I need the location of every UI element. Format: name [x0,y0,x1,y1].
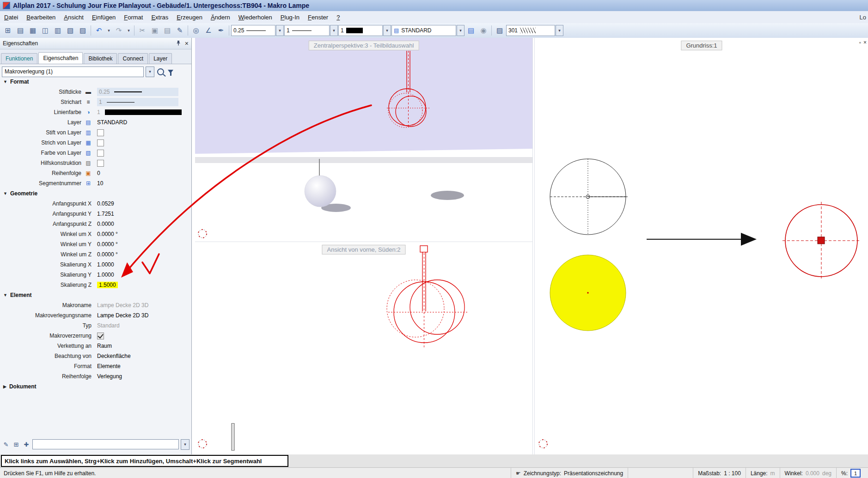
favorite-input-arrow[interactable]: ▾ [181,439,189,450]
menu-erzeugen[interactable]: Erzeugen [172,11,207,23]
menu-ansicht[interactable]: Ansicht [60,11,88,23]
pen-width-row-icon: ▬ [83,89,93,95]
redo-icon[interactable]: ↷ [113,25,125,36]
menu-fenster[interactable]: Fenster [304,11,332,23]
menu-wiederholen[interactable]: Wiederholen [234,11,276,23]
pipette-icon[interactable]: ✎ [2,440,10,448]
section-format[interactable]: ▼ Format [0,77,191,87]
viewport-plan[interactable]: Grundriss:1 ▫ × [534,38,868,454]
row-anfangspunkt-x: Anfangspunkt X 0.0529 [0,199,191,209]
line-style-cell[interactable]: 1 [97,98,178,106]
cut-icon[interactable]: ✂ [136,25,148,36]
line-color-bar[interactable] [105,109,182,115]
menu-einfuegen[interactable]: Einfügen [88,11,120,23]
makroverzerrung-checkbox[interactable] [97,333,104,339]
menu-datei[interactable]: Datei [0,11,22,23]
farbe-von-layer-checkbox[interactable] [97,150,104,157]
menu-bar: Datei Bearbeiten Ansicht Einfügen Format… [0,11,868,24]
format-brush-icon[interactable]: ✎ [174,25,186,36]
section-element[interactable]: ▼ Element [0,290,191,300]
menu-format[interactable]: Format [120,11,147,23]
print-icon[interactable]: ▦ [27,25,39,36]
layer-value: STANDARD [401,27,431,34]
hilfskonstruktion-checkbox[interactable] [97,160,104,167]
menu-extras[interactable]: Extras [147,11,172,23]
tab-layer[interactable]: Layer [149,53,172,64]
zoom-icon[interactable]: ◎ [190,25,202,36]
properties-panel: Eigenschaften × Funktionen Eigenschaften… [0,38,192,454]
pattern-arrow[interactable]: ▾ [556,25,563,36]
undo-icon[interactable]: ↶ [93,25,105,36]
add-entry-icon[interactable]: ✚ [22,440,31,448]
menu-help[interactable]: ? [332,11,344,23]
document-icon[interactable]: ▤ [14,25,26,36]
status-spacer [628,468,693,478]
selection-combo[interactable]: Makroverlegung (1) [2,67,144,77]
skalierung-z-highlighted-value[interactable]: 1.5000 [97,282,118,288]
panel-title: Eigenschaften [3,40,38,47]
pen-from-layer-icon: ▥ [83,129,93,136]
menu-plugin[interactable]: Plug-In [276,11,304,23]
zoom-select-icon[interactable] [156,67,165,76]
undo-dropdown-arrow[interactable]: ▾ [105,25,112,36]
section-dokument[interactable]: ▶ Dokument [0,381,191,392]
layer-stack-icon[interactable]: ▤ [465,25,477,36]
section-geometrie[interactable]: ▼ Geometrie [0,188,191,199]
copy-icon[interactable]: ▣ [149,25,161,36]
row-segmentnummer: Segmentnummer ⊞ 10 [0,178,191,188]
stift-von-layer-checkbox[interactable] [97,129,104,136]
teilbild-icon[interactable]: ▥ [52,25,64,36]
redo-dropdown-arrow[interactable]: ▾ [125,25,132,36]
pen-width-cell[interactable]: 0.25 [97,88,178,96]
row-layer: Layer ▤ STANDARD [0,117,191,127]
hint-strip: Klick links zum Auswählen, Strg+Klick zu… [0,454,868,467]
pin-icon[interactable] [176,40,181,47]
viewport-close-icon[interactable]: × [863,39,867,46]
pattern-select[interactable]: 301 [506,25,555,36]
row-makroname: Makroname Lampe Decke 2D 3D [0,300,191,310]
tab-bibliothek[interactable]: Bibliothek [84,53,117,64]
tab-funktionen[interactable]: Funktionen [1,53,37,64]
favorite-input[interactable] [32,439,179,449]
row-anfangspunkt-y: Anfangspunkt Y 1.7251 [0,209,191,219]
layer-arrow[interactable]: ▾ [457,25,465,36]
tab-eigenschaften[interactable]: Eigenschaften [38,52,83,64]
selection-combo-value: Makroverlegung (1) [5,68,53,75]
line-style-select[interactable]: 1 [284,25,330,36]
layer-visibility-icon[interactable]: ◉ [477,25,489,36]
menu-bearbeiten[interactable]: Bearbeiten [22,11,60,23]
menu-aendern[interactable]: Ändern [207,11,234,23]
row-strich-von-layer: Strich von Layer ▦ [0,138,191,148]
pen-width-select[interactable]: 0.25 [231,25,275,36]
pen-width-arrow[interactable]: ▾ [276,25,284,36]
selection-combo-arrow[interactable]: ▾ [146,67,154,77]
strich-von-layer-checkbox[interactable] [97,139,104,146]
pen-icon[interactable]: ✒ [215,25,227,36]
measure-icon[interactable]: ∠ [202,25,214,36]
plan-window-icon[interactable]: ⊞ [2,25,14,36]
layer-select[interactable]: ▤ STANDARD [391,25,456,36]
layer-icon: ▤ [394,27,399,34]
viewport-front-canvas [195,242,532,454]
tab-connect[interactable]: Connect [118,53,148,64]
filter-icon[interactable] [166,67,175,76]
paste-icon[interactable]: ▤ [161,25,173,36]
close-icon[interactable]: × [185,40,189,47]
project-icon[interactable]: ▨ [77,25,89,36]
window-cascade-icon[interactable]: ▧ [64,25,76,36]
viewport-perspective-canvas [195,38,532,242]
pattern-preview [520,28,536,33]
add-folder-icon[interactable]: ⊞ [12,440,20,448]
line-style-arrow[interactable]: ▾ [330,25,338,36]
line-color-arrow[interactable]: ▾ [383,25,391,36]
viewport-restore-icon[interactable]: ▫ [859,39,861,46]
percent-value-box[interactable]: 1 [850,469,861,478]
row-format-elemente: Format Elemente [0,361,191,371]
viewport-front[interactable]: Ansicht von vorne, Süden:2 [195,242,533,454]
row-hilfskonstruktion: Hilfskonstruktion ▨ [0,158,191,168]
line-color-select[interactable]: 1 [338,25,383,36]
viewport-perspective[interactable]: Zentralperspektive:3 - Teilbildauswahl [195,38,533,242]
hatch-icon[interactable]: ▨ [494,25,506,36]
copy-document-icon[interactable]: ◫ [39,25,51,36]
row-skalierung-z: Skalierung Z 1.5000 [0,280,191,290]
